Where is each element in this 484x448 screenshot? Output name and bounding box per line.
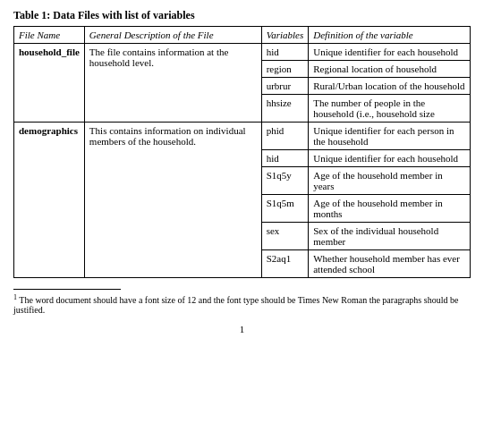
- variable-name-cell: S1q5m: [261, 195, 309, 223]
- table-row: demographicsThis contains information on…: [14, 123, 471, 150]
- definition-cell: Sex of the individual household member: [309, 223, 471, 250]
- definition-cell: Rural/Urban location of the household: [309, 78, 471, 95]
- variable-name-cell: phid: [261, 123, 309, 150]
- definition-cell: Age of the household member in years: [309, 167, 471, 195]
- col-header-variables: Variables: [261, 27, 309, 44]
- definition-cell: Whether household member has ever attend…: [309, 250, 471, 278]
- footnote-text: The word document should have a font siz…: [13, 295, 458, 315]
- col-header-filename: File Name: [14, 27, 85, 44]
- footnote-divider: [13, 289, 121, 290]
- variable-name-cell: region: [261, 61, 309, 78]
- variable-name-cell: urbrur: [261, 78, 309, 95]
- definition-cell: Unique identifier for each household: [309, 150, 471, 167]
- footnote-number: 1: [13, 293, 17, 301]
- page-number: 1: [13, 324, 471, 334]
- description-cell: The file contains information at the hou…: [84, 44, 261, 123]
- variable-name-cell: hhsize: [261, 95, 309, 123]
- variable-name-cell: S2aq1: [261, 250, 309, 278]
- file-name-cell: household_file: [14, 44, 85, 123]
- table-header-row: File Name General Description of the Fil…: [14, 27, 471, 44]
- definition-cell: Age of the household member in months: [309, 195, 471, 223]
- variable-name-cell: sex: [261, 223, 309, 250]
- table-title: Table 1: Data Files with list of variabl…: [13, 9, 471, 22]
- table-row: household_fileThe file contains informat…: [14, 44, 471, 61]
- definition-cell: Unique identifier for each person in the…: [309, 123, 471, 150]
- col-header-description: General Description of the File: [84, 27, 261, 44]
- footnote: 1 The word document should have a font s…: [13, 293, 471, 315]
- definition-cell: Unique identifier for each household: [309, 44, 471, 61]
- variable-name-cell: hid: [261, 150, 309, 167]
- col-header-definition: Definition of the variable: [309, 27, 471, 44]
- definition-cell: Regional location of household: [309, 61, 471, 78]
- variable-name-cell: hid: [261, 44, 309, 61]
- definition-cell: The number of people in the household (i…: [309, 95, 471, 123]
- file-name-cell: demographics: [14, 123, 85, 278]
- description-cell: This contains information on individual …: [84, 123, 261, 278]
- variable-name-cell: S1q5y: [261, 167, 309, 195]
- data-table: File Name General Description of the Fil…: [13, 26, 471, 278]
